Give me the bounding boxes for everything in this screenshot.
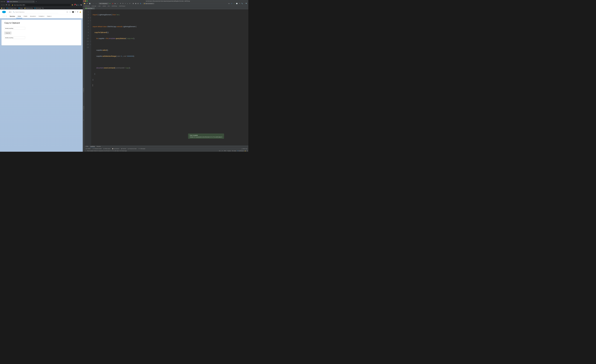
pull-icon[interactable]: ⬇	[122, 2, 124, 4]
help-icon[interactable]: ?	[75, 11, 76, 13]
nav-fwd-icon[interactable]: →	[95, 2, 97, 4]
save-icon[interactable]: 💾	[89, 2, 91, 4]
push-icon[interactable]: ⬆	[119, 2, 121, 4]
favorites-tab[interactable]: 2: Favorites	[83, 106, 84, 111]
nav-accounts[interactable]: Accounts▾	[29, 15, 37, 18]
code-content[interactable]: import { LightningElement } from 'lwc'; …	[91, 9, 248, 145]
code-editor[interactable]: 12345678910111213 ⊟ ⊟ ⊡ ⊡ import { Light…	[85, 9, 248, 145]
browser-tab[interactable]: Home | Salesforce ✕	[7, 0, 35, 3]
ext-icon-1[interactable]: ▦	[76, 4, 77, 6]
search-scope-select[interactable]: All▾	[8, 11, 12, 13]
search-input[interactable]: 🔍Search Salesforce	[12, 11, 58, 13]
search-icon[interactable]: 🔍	[245, 2, 248, 4]
back-button[interactable]: ◁	[1, 4, 2, 6]
favorite-dropdown[interactable]: ▾	[69, 11, 71, 13]
vcs-tool[interactable]: ⎇ 9: Version Control	[92, 148, 102, 150]
ide-window-controls[interactable]	[83, 0, 88, 1]
url-bar[interactable]: 🔒 https://app-ability-3850-...	[11, 4, 71, 6]
tool-icon[interactable]: ↗	[124, 2, 126, 4]
git-revert-icon[interactable]: ↶	[238, 2, 240, 4]
gear-icon[interactable]: ⚙	[77, 11, 78, 13]
add-button[interactable]: ＋	[72, 11, 74, 13]
copy-source-input[interactable]	[4, 27, 25, 30]
indent[interactable]: 4 spaces	[227, 150, 231, 151]
nav-chatter[interactable]: Chatter	[22, 15, 29, 18]
bookmark-icon[interactable]: ▢	[8, 4, 10, 6]
close-icon[interactable]: ✕	[129, 2, 131, 4]
breadcrumb-item[interactable]: ▸lwc-first-look	[83, 6, 90, 7]
ext-brave-icon[interactable]: 🦁	[72, 4, 73, 6]
html-tab[interactable]: HTML	[85, 146, 89, 147]
app-launcher-icon[interactable]: ⋮⋮⋮	[1, 15, 8, 18]
bookmark-item[interactable]: 🌐Status	[18, 7, 23, 9]
status-window-icon[interactable]: ▢	[85, 150, 86, 151]
terminal-tool[interactable]: ▣ Terminal	[121, 148, 126, 150]
copy-text-button[interactable]: Copy text	[4, 32, 11, 34]
todo-tool[interactable]: ≡ 6: TODO	[85, 148, 91, 150]
apex-tool[interactable]: ◐ Anonymous Apex	[128, 148, 137, 150]
notification-icon[interactable]: 🔔	[80, 11, 81, 13]
breadcrumb-item[interactable]: ▸main	[98, 6, 101, 7]
ext-evernote-icon[interactable]: 🐘	[80, 4, 82, 6]
coverage-icon[interactable]: ▶	[114, 2, 116, 4]
reload-button[interactable]: ⟳	[6, 4, 7, 6]
event-log-tool[interactable]: ◯ Event Log	[241, 148, 247, 150]
star-icon[interactable]: ★	[83, 119, 84, 121]
nav-home[interactable]: Home	[16, 15, 22, 18]
copy-target-input[interactable]	[4, 36, 25, 39]
open-icon[interactable]: 📂	[83, 2, 86, 4]
editor-tab[interactable]: clickToCopy ✕	[85, 7, 95, 9]
breadcrumb-item[interactable]: ▸lwc	[107, 6, 109, 7]
window-controls[interactable]	[1, 1, 5, 2]
git-branch-icon[interactable]: ⎇	[231, 2, 233, 4]
layout-icon[interactable]: ▤	[132, 2, 134, 4]
bookmark-item[interactable]: 🌐MSI Global - The	[34, 7, 44, 9]
run-icon[interactable]: ▶	[109, 2, 111, 4]
bookmark-item[interactable]: 📁Emily	[1, 7, 5, 9]
run-config-select[interactable]: Add Configuration...	[99, 3, 109, 4]
nav-contacts[interactable]: Contacts▾	[37, 15, 45, 18]
bookmark-item[interactable]: 📁Salesforce Dev	[24, 7, 33, 9]
debug-icon[interactable]: 🐞	[112, 2, 114, 4]
lock-icon[interactable]: 🔒	[245, 150, 246, 151]
breadcrumb-item[interactable]: ▸force-app	[91, 6, 96, 7]
git-commit-icon[interactable]: ✓	[233, 2, 235, 4]
git-history-icon[interactable]: 🕐	[236, 2, 238, 4]
line-separator[interactable]: LF	[222, 150, 223, 151]
soql-tool[interactable]: ▤ SOQL Query	[103, 148, 111, 150]
layout-icon[interactable]: ▧	[140, 2, 142, 4]
ext-adblock-icon[interactable]: ▲10	[74, 4, 75, 6]
stop-icon[interactable]: ■	[117, 2, 118, 4]
settings-icon[interactable]: ⚙	[247, 150, 248, 151]
open-connection-button[interactable]: ⚡ Open connection ▾	[143, 3, 155, 4]
metadata-tab[interactable]: Metadata	[96, 146, 101, 147]
javascript-tab[interactable]: JavaScript	[90, 145, 95, 147]
encoding[interactable]: UTF-8	[224, 150, 226, 151]
cursor-position[interactable]: 13:1	[219, 150, 221, 151]
tab-close-icon[interactable]: ✕	[93, 8, 94, 9]
favorite-button[interactable]: ★	[66, 11, 68, 13]
tool-icon[interactable]: ↙	[127, 2, 128, 4]
fold-end-icon[interactable]: ⊡	[90, 43, 91, 46]
messages-tool[interactable]: ☷ 0: Messages	[138, 148, 145, 150]
forward-button[interactable]: ▷	[3, 4, 5, 6]
git-wrench-icon[interactable]: 🔧	[241, 2, 243, 4]
breadcrumb-item[interactable]: ▸clickToCopy	[111, 6, 117, 7]
ext-icon-2[interactable]: ◉	[78, 4, 80, 6]
nav-back-icon[interactable]: ←	[93, 2, 95, 4]
breadcrumb-item[interactable]: ▸default	[102, 6, 106, 7]
new-tab-button[interactable]: +	[35, 1, 37, 2]
layout-icon[interactable]: ▥	[137, 2, 139, 4]
project-tab[interactable]: 1: Project	[83, 8, 84, 12]
bookmark-item[interactable]: 🌐Self Taught Guitar...	[6, 7, 17, 9]
breadcrumb-item[interactable]: ▪clickToCopy.js	[119, 6, 125, 7]
sync-icon[interactable]: ⟳	[86, 2, 88, 4]
dx-connection[interactable]: DX lwc-first-look	[237, 150, 244, 151]
log-tool[interactable]: 📋 Log Analyzer	[112, 148, 119, 150]
nav-cases[interactable]: Cases▾	[45, 15, 53, 18]
fold-icon[interactable]: ⊟	[90, 16, 91, 19]
structure-tab[interactable]: 7: Structure	[83, 88, 84, 93]
fold-end-icon[interactable]: ⊡	[90, 40, 91, 43]
fold-icon[interactable]: ⊟	[90, 19, 91, 22]
tab-close-icon[interactable]: ✕	[33, 1, 34, 2]
